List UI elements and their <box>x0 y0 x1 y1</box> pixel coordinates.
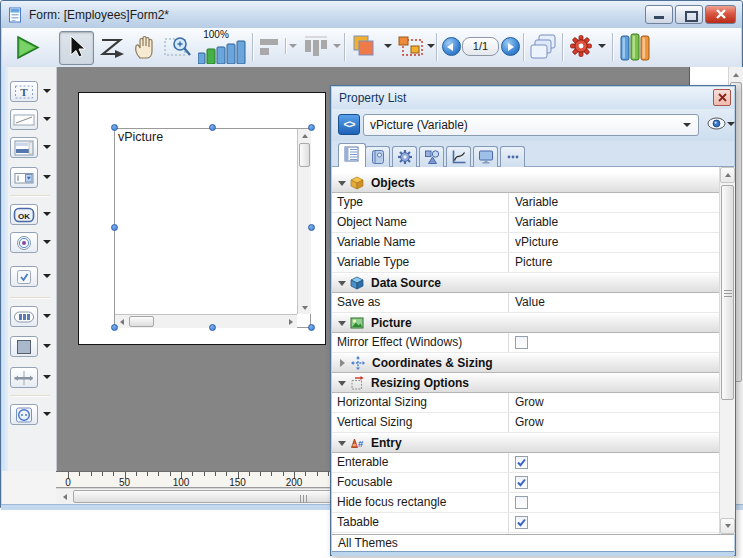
horizontal-scroll-thumb[interactable] <box>73 490 358 503</box>
minimize-button[interactable] <box>645 5 673 24</box>
move-tool-button[interactable] <box>132 34 158 60</box>
align-menu-caret[interactable] <box>289 44 297 48</box>
tab-options[interactable] <box>392 146 417 167</box>
group-tool-button[interactable] <box>398 36 424 57</box>
object-navigator-button[interactable]: <> <box>338 114 360 135</box>
scroll-thumb[interactable] <box>721 185 734 400</box>
distribute-menu-caret[interactable] <box>333 44 341 48</box>
object-vertical-scrollbar[interactable] <box>297 129 311 314</box>
radio-button-tool-menu-caret[interactable] <box>43 240 51 244</box>
next-page-button[interactable] <box>501 37 520 56</box>
button-tool[interactable]: OK <box>10 204 38 225</box>
maximize-button[interactable] <box>675 5 703 24</box>
line-tool-menu-caret[interactable] <box>43 117 51 121</box>
level-tool-button[interactable] <box>351 34 379 60</box>
listbox-tool-menu-caret[interactable] <box>43 145 51 149</box>
property-value[interactable] <box>509 473 720 492</box>
checkbox-checked[interactable] <box>515 516 528 529</box>
tab-more[interactable] <box>500 146 525 167</box>
settings-button[interactable] <box>570 35 592 57</box>
checkbox-tool[interactable] <box>10 266 38 287</box>
view-options-button[interactable] <box>707 117 726 130</box>
section-header-objects[interactable]: Objects <box>332 173 720 193</box>
title-bar[interactable]: Form: [Employees]Form2* <box>1 1 742 28</box>
rectangle-tool-menu-caret[interactable] <box>43 344 51 348</box>
previous-page-button[interactable] <box>442 37 461 56</box>
select-tool-button[interactable] <box>59 31 94 65</box>
property-value[interactable] <box>509 453 720 472</box>
vertical-scroll-thumb[interactable] <box>299 143 310 167</box>
scroll-up-icon[interactable] <box>298 129 311 142</box>
scroll-up-icon[interactable] <box>729 68 742 81</box>
checkbox-checked[interactable] <box>515 476 528 489</box>
combobox-tool[interactable] <box>10 167 38 188</box>
radio-button-tool[interactable] <box>10 232 38 253</box>
plugin-area-tool-menu-caret[interactable] <box>43 412 51 416</box>
property-value[interactable]: Variable <box>509 213 720 232</box>
collapse-triangle-icon[interactable] <box>338 181 346 186</box>
selection-handle[interactable] <box>308 324 315 331</box>
collapse-triangle-icon[interactable] <box>338 281 346 286</box>
splitter-tool[interactable] <box>10 367 38 388</box>
align-tool-button[interactable] <box>259 38 281 56</box>
scroll-left-icon[interactable] <box>58 490 71 503</box>
button-grid-tool-menu-caret[interactable] <box>43 314 51 318</box>
property-value[interactable]: Picture <box>509 253 720 272</box>
scroll-down-icon[interactable] <box>720 518 735 534</box>
object-horizontal-scrollbar[interactable] <box>115 314 297 328</box>
selection-handle[interactable] <box>308 124 315 131</box>
checkbox-tool-menu-caret[interactable] <box>43 274 51 278</box>
close-button[interactable] <box>705 5 736 24</box>
selection-handle[interactable] <box>209 324 216 331</box>
section-header-data-source[interactable]: Data Source <box>332 273 720 293</box>
view-options-caret[interactable] <box>727 122 735 126</box>
line-tool[interactable] <box>10 109 38 130</box>
button-tool-menu-caret[interactable] <box>43 212 51 216</box>
settings-menu-caret[interactable] <box>598 44 606 48</box>
group-menu-caret[interactable] <box>427 44 435 48</box>
zoom-tool-button[interactable] <box>164 34 194 60</box>
zoom-scale-widget[interactable]: 100% <box>198 30 246 64</box>
selection-handle[interactable] <box>111 324 118 331</box>
splitter-tool-menu-caret[interactable] <box>43 375 51 379</box>
checkbox-unchecked[interactable] <box>515 336 528 349</box>
tab-events[interactable] <box>446 146 471 167</box>
property-list-scrollbar[interactable] <box>719 167 735 534</box>
text-tool-menu-caret[interactable] <box>43 89 51 93</box>
property-list-titlebar[interactable]: Property List <box>332 87 734 110</box>
checkbox-unchecked[interactable] <box>515 496 528 509</box>
tab-objects[interactable] <box>419 146 444 167</box>
picture-variable-object[interactable]: vPicture <box>114 128 311 328</box>
form-pages-button[interactable] <box>530 34 558 60</box>
property-value[interactable]: Grow <box>509 413 720 432</box>
selection-handle[interactable] <box>308 224 315 231</box>
property-value[interactable]: vPicture <box>509 233 720 252</box>
property-value[interactable]: Value <box>509 293 720 312</box>
themes-filter-bar[interactable]: All Themes <box>332 534 734 551</box>
checkbox-checked[interactable] <box>515 456 528 469</box>
selection-handle[interactable] <box>209 124 216 131</box>
collapse-triangle-icon[interactable] <box>338 381 346 386</box>
scroll-up-icon[interactable] <box>720 167 735 183</box>
distribute-tool-button[interactable] <box>302 36 330 58</box>
scroll-right-icon[interactable] <box>284 315 297 328</box>
listbox-tool[interactable] <box>10 137 38 158</box>
property-value[interactable] <box>509 333 720 352</box>
object-selector-dropdown[interactable]: vPicture (Variable) <box>363 114 699 136</box>
section-header-resizing-options[interactable]: Resizing Options <box>332 373 720 393</box>
level-menu-caret[interactable] <box>384 44 392 48</box>
selection-handle[interactable] <box>111 224 118 231</box>
rectangle-tool[interactable] <box>10 336 38 357</box>
combobox-tool-menu-caret[interactable] <box>43 175 51 179</box>
tab-data[interactable] <box>365 146 390 167</box>
entry-order-tool-button[interactable] <box>99 36 125 59</box>
property-value[interactable]: Grow <box>509 393 720 412</box>
explorer-button[interactable] <box>620 33 650 61</box>
section-header-picture[interactable]: Picture <box>332 313 720 333</box>
plugin-area-tool[interactable] <box>10 404 38 425</box>
section-header-entry[interactable]: #Entry <box>332 433 720 453</box>
text-tool[interactable]: T <box>10 81 38 102</box>
scroll-down-icon[interactable] <box>298 301 311 314</box>
expand-triangle-icon[interactable] <box>340 359 345 367</box>
selection-handle[interactable] <box>111 124 118 131</box>
